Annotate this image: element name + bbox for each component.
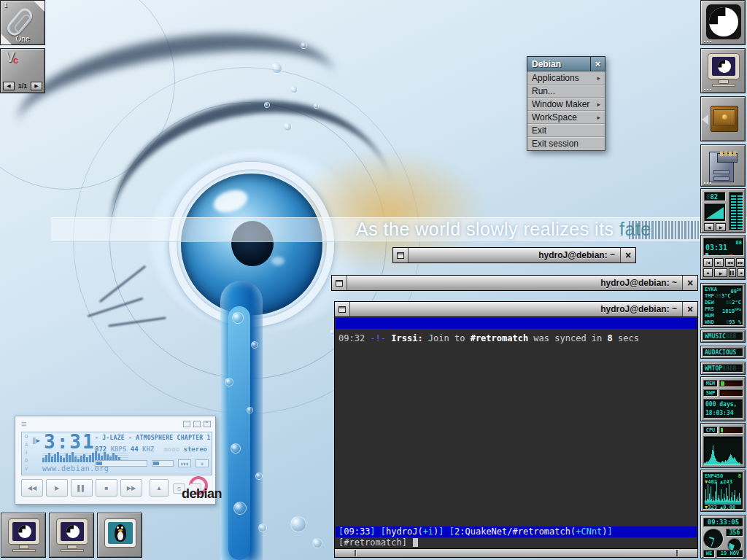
bubble <box>231 443 241 454</box>
next-track-icon: ▶| <box>717 260 721 265</box>
clip-next-workspace-arrow[interactable] <box>34 1 44 12</box>
swap-usage-bar <box>719 389 743 397</box>
terminal-titlebar[interactable]: hydroJ@debian: ~ × <box>334 301 698 317</box>
cpu-label: CPU <box>703 427 718 434</box>
graph-bar <box>42 458 44 462</box>
player-play-button[interactable]: ▶ <box>714 268 727 277</box>
xmms-equalizer-button[interactable]: ▮▮▮ <box>178 459 191 467</box>
text-segment: ) <box>602 526 607 537</box>
dock-audacious-strip[interactable]: AUDACIOUS <box>700 346 746 359</box>
clip-tile[interactable]: 1 One <box>0 0 45 45</box>
strip-text: WMUSIC <box>705 333 726 340</box>
dock-terminal-launcher[interactable] <box>700 48 746 93</box>
resize-bar[interactable] <box>335 548 697 557</box>
audacious-lcd: AUDACIOUS <box>703 348 743 357</box>
xmms-pause-button[interactable]: ▌▌ <box>71 479 93 497</box>
xmms-close-button[interactable]: × <box>204 421 211 427</box>
player-prev-track-button[interactable]: |◀ <box>703 258 713 267</box>
xmms-playlist-button[interactable]: ≡ <box>196 459 209 467</box>
player-next-track-button[interactable]: ▶| <box>714 258 724 267</box>
xmms-play-button[interactable]: ▶ <box>46 479 68 497</box>
pager-next-button[interactable]: ▶ <box>31 82 42 90</box>
dock-filecabinet-tile[interactable] <box>700 144 746 187</box>
xmms-stop-button[interactable]: ■ <box>96 479 117 497</box>
close-button[interactable]: × <box>682 276 697 290</box>
player-forward-button[interactable]: ▶▶ <box>736 258 745 267</box>
player-eject-button[interactable]: ▲ <box>703 268 713 277</box>
xmms-track-title[interactable]: - J-LAZE - ATMOSPHERE CHAPTER 1 <box>95 435 211 441</box>
xmms-balance-slider[interactable] <box>152 460 174 467</box>
root-menu-close-button[interactable]: × <box>590 57 605 71</box>
xmms-volume-slider[interactable] <box>95 460 147 467</box>
dock-player-dockapp[interactable]: 03:31 08 SHF REP⊘ |◀ ▶| ◀◀ ▶▶ ▲ ▶ ▌▌ ■ <box>700 235 746 280</box>
tux-penguin-icon <box>115 524 126 542</box>
drawer-arrow-icon[interactable] <box>702 114 708 125</box>
player-track-number: 08 <box>736 240 742 246</box>
slider-handle[interactable] <box>153 462 159 465</box>
miniwindow-terminal-2[interactable] <box>49 513 94 558</box>
mixer-next-channel-button[interactable]: ▶ <box>716 223 726 231</box>
mixer-prev-channel-button[interactable]: ◀ <box>704 223 714 231</box>
lcd-ghost: 888 <box>726 333 736 340</box>
bubble <box>314 104 319 109</box>
xmms-menu-icon[interactable]: ≡ <box>21 419 27 429</box>
folder-tab <box>733 151 736 156</box>
close-button[interactable]: × <box>682 302 697 316</box>
xmms-next-button[interactable]: ▶▶ <box>120 479 142 497</box>
dock-clock-dockapp[interactable]: 09:33:05 356 WE 19 NOV <box>700 515 746 559</box>
dock-wmusic-strip[interactable]: WMUSIC888 <box>700 330 746 343</box>
terminal-body[interactable]: 09:32 -!- Irssi: Join to #retromatch was… <box>334 317 698 558</box>
close-icon: × <box>595 58 601 69</box>
miniaturize-icon <box>338 306 346 313</box>
xmms-eject-button[interactable]: ▲ <box>150 479 169 497</box>
close-button[interactable]: × <box>620 248 635 262</box>
menu-item-applications[interactable]: Applications▸ <box>527 71 605 85</box>
gnustep-logo-icon <box>66 525 80 538</box>
player-stop-button[interactable]: ■ <box>738 268 745 277</box>
player-rewind-button[interactable]: ◀◀ <box>725 258 735 267</box>
xmms-minimize-button[interactable] <box>183 421 190 427</box>
net-header: ENP4S08 <box>705 473 741 479</box>
dock-wmtop-strip[interactable]: WMTOP8888 <box>700 362 746 375</box>
irssi-input-line[interactable]: [#retromatch] <box>338 537 418 548</box>
window-title: hydroJ@debian: ~ <box>350 302 682 316</box>
menu-item-workspace[interactable]: WorkSpace▸ <box>527 111 605 124</box>
xmms-clutterbar[interactable]: OAIDV <box>23 434 29 474</box>
mixer-volume-panel[interactable] <box>704 203 726 222</box>
shaded-window-1-titlebar[interactable]: hydroJ@debian: ~ × <box>392 247 636 263</box>
slider-handle[interactable] <box>96 462 102 465</box>
dock-drawer-tile[interactable] <box>700 96 746 141</box>
text-segment: -!- <box>370 333 391 343</box>
menu-item-exit[interactable]: Exit <box>527 124 605 137</box>
dock-cpu-dockapp[interactable]: CPU <box>700 423 746 468</box>
cpu-bar-fill <box>721 428 723 432</box>
xmms-shade-button[interactable] <box>193 421 201 427</box>
dock-netmon-dockapp[interactable]: ENP4S08 ▼402 ▲243 ▼323 ▲0.00 <box>700 470 746 512</box>
miniaturize-button[interactable] <box>393 248 409 262</box>
player-pause-button[interactable]: ▌▌ <box>729 268 736 277</box>
miniwindow-tux-app[interactable] <box>97 513 142 558</box>
weather-label: WND <box>705 319 714 325</box>
menu-item-window-maker[interactable]: Window Maker▸ <box>527 98 605 111</box>
xmms-time-display[interactable]: 3:31 <box>44 431 96 453</box>
desktop[interactable]: As the world slowly realizes its fate 1 … <box>0 0 747 560</box>
dock-sysmon-dockapp[interactable]: MEM SWP 000 days, 18:03:34 <box>700 376 746 421</box>
clock-counter-display: 356 <box>726 529 743 537</box>
menu-item-run[interactable]: Run... <box>527 85 605 98</box>
value-text: 2°C <box>732 300 741 306</box>
xmms-prev-button[interactable]: ◀◀ <box>21 479 43 497</box>
miniwindow-terminal-1[interactable] <box>1 513 46 558</box>
dock-weather-dockapp[interactable]: EYKA 0920 TMP 883°C DEW 882°C PRS 1010hP… <box>700 283 746 328</box>
graph-bar <box>740 463 740 464</box>
miniaturize-button[interactable] <box>332 276 347 290</box>
dock-wmaker-tile[interactable] <box>700 0 746 45</box>
miniaturize-button[interactable] <box>335 302 350 316</box>
bubble <box>255 472 263 480</box>
close-icon: × <box>625 249 631 261</box>
root-menu-titlebar[interactable]: Debian × <box>527 56 605 71</box>
dock-mixer-dockapp[interactable]: 882 ◀ ▶ <box>700 188 746 233</box>
vc-appicon-tile[interactable]: V c ◀ 1/1 ▶ <box>0 48 45 93</box>
minute-hand <box>711 539 714 547</box>
shaded-window-2-titlebar[interactable]: hydroJ@debian: ~ × <box>331 275 698 291</box>
menu-item-exit-session[interactable]: Exit session <box>527 137 605 150</box>
